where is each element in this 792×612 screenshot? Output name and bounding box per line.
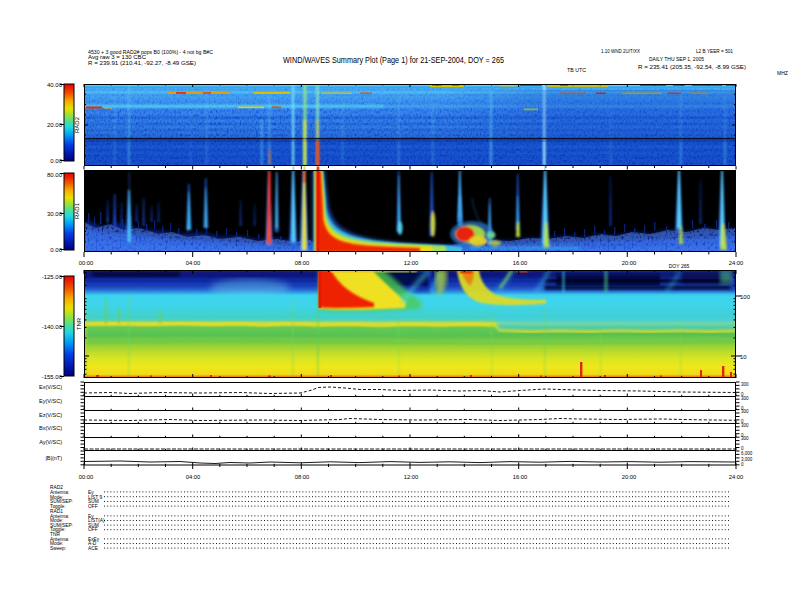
svg-text:-140.00: -140.00	[42, 324, 63, 330]
svg-text:04:00: 04:00	[186, 260, 201, 266]
svg-text:6,000: 6,000	[741, 451, 753, 456]
svg-text:300: 300	[741, 423, 749, 428]
svg-text:ACE: ACE	[88, 546, 98, 551]
svg-text:Sweep:: Sweep:	[50, 546, 66, 551]
svg-text:R = 235.41 (205.35, -92.54,: R = 235.41 (205.35, -92.54, -8.99 GSE)	[638, 64, 746, 70]
svg-text:WIND/WAVES Summary Plot (Page: WIND/WAVES Summary Plot (Page 1) for 21-…	[283, 56, 504, 65]
svg-text:16:00: 16:00	[513, 260, 528, 266]
svg-text:R = 239.91 (210.41, -92.27,: R = 239.91 (210.41, -92.27, -8.49 GSE)	[88, 60, 196, 66]
svg-text:00:00: 00:00	[79, 474, 94, 480]
svg-text:L2 B YEER = 501: L2 B YEER = 501	[696, 48, 733, 54]
svg-text:OFF: OFF	[88, 504, 98, 509]
svg-text:08:00: 08:00	[295, 260, 310, 266]
svg-text:-125.00: -125.00	[42, 274, 63, 280]
svg-text:|B|(nT): |B|(nT)	[45, 455, 62, 461]
svg-text:OFF: OFF	[88, 527, 98, 532]
svg-text:100: 100	[740, 294, 751, 300]
svg-text:300: 300	[741, 396, 749, 401]
svg-text:08:00: 08:00	[295, 474, 310, 480]
svg-text:Ey(V/SC): Ey(V/SC)	[39, 398, 62, 404]
svg-text:Ex(V/SC): Ex(V/SC)	[39, 384, 62, 390]
svg-text:RAD2: RAD2	[74, 116, 80, 133]
svg-text:24:00: 24:00	[729, 260, 744, 266]
svg-text:16:00: 16:00	[513, 474, 528, 480]
svg-text:24:00: 24:00	[729, 474, 744, 480]
svg-text:20:00: 20:00	[622, 260, 637, 266]
svg-text:Ez(V/SC): Ez(V/SC)	[39, 412, 62, 418]
svg-text:Bx(V/SC): Bx(V/SC)	[39, 425, 62, 431]
svg-text:RAD1: RAD1	[74, 202, 80, 219]
svg-text:00:00: 00:00	[79, 260, 94, 266]
svg-text:DAILY THU SEP 1, 2005: DAILY THU SEP 1, 2005	[649, 56, 704, 62]
svg-text:-155.00: -155.00	[42, 374, 63, 380]
svg-text:DOY 265: DOY 265	[669, 263, 690, 269]
svg-text:300: 300	[741, 436, 749, 441]
svg-text:TB UTC: TB UTC	[567, 67, 586, 73]
svg-text:12:00: 12:00	[404, 260, 419, 266]
svg-text:300: 300	[741, 382, 749, 387]
svg-text:Ay(V/SC): Ay(V/SC)	[39, 439, 62, 445]
svg-text:80.00: 80.00	[47, 172, 63, 178]
svg-text:MHZ: MHZ	[777, 70, 788, 76]
svg-text:10: 10	[740, 354, 747, 360]
svg-text:300: 300	[741, 409, 749, 414]
svg-text:04:00: 04:00	[186, 474, 201, 480]
svg-text:12:00: 12:00	[404, 474, 419, 480]
svg-text:TNR: TNR	[76, 317, 82, 330]
svg-text:1.10 WND 2U/T/XX: 1.10 WND 2U/T/XX	[601, 48, 641, 54]
svg-text:20:00: 20:00	[622, 474, 637, 480]
